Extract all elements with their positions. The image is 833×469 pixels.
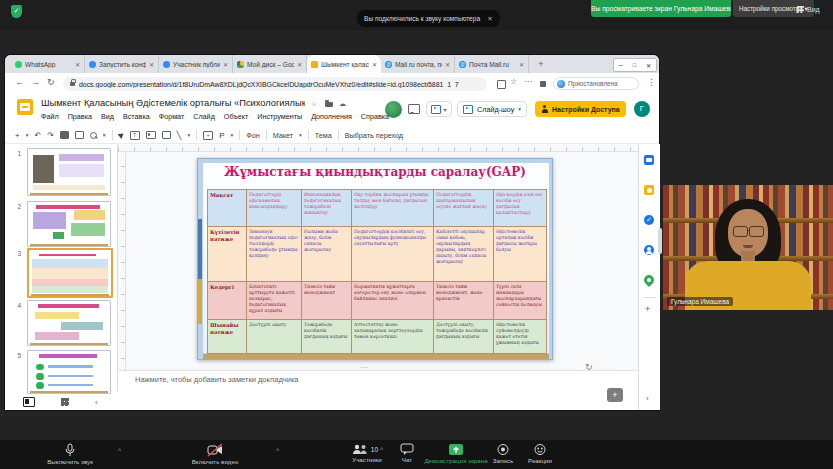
close-window-button[interactable]: ✕: [646, 62, 651, 69]
theme-button[interactable]: Тема: [315, 131, 332, 140]
save-to-collection-icon[interactable]: [497, 80, 506, 89]
current-slide[interactable]: Жұмыстағы қиындықтарды саралау(GAP) Мақс…: [197, 158, 553, 360]
browser-window: WhatsApp ✕ Запустить конфере ✕ Участник …: [5, 55, 659, 410]
tab-mailru-1[interactable]: @ Mail.ru почта, поч ✕: [381, 55, 455, 73]
maps-icon[interactable]: [642, 273, 656, 287]
new-slide-button[interactable]: +: [15, 131, 20, 140]
video-options-caret[interactable]: ^: [276, 447, 279, 454]
account-avatar[interactable]: Г: [634, 101, 650, 117]
menu-insert[interactable]: Вставка: [123, 112, 150, 121]
slide-title[interactable]: Жұмыстағы қиындықтарды саралау(GAP): [198, 165, 552, 179]
filmstrip-view-button[interactable]: [23, 397, 35, 407]
tab-google-drive[interactable]: Мой диск – Googl ✕: [233, 55, 307, 73]
zoom-tool-button[interactable]: [90, 132, 97, 139]
collapse-rail-button[interactable]: ›: [646, 394, 649, 403]
menu-addons[interactable]: Дополнения: [311, 112, 352, 121]
start-video-button[interactable]: Включить видео: [180, 443, 250, 465]
menu-help[interactable]: Справка: [361, 112, 389, 121]
google-slides-logo[interactable]: [17, 99, 33, 115]
participants-caret[interactable]: ^: [380, 446, 383, 453]
tab-mailru-2[interactable]: @ Почта Mail.ru ✕: [455, 55, 529, 73]
slideshow-label: Слайд-шоу: [477, 105, 514, 114]
close-icon[interactable]: ✕: [297, 61, 302, 68]
menu-view[interactable]: Вид: [101, 112, 114, 121]
tab-participant[interactable]: Участник публика ✕: [159, 55, 233, 73]
tab-whatsapp[interactable]: WhatsApp ✕: [11, 55, 85, 73]
document-title[interactable]: Шымкент Қаласының Әдістемелік орталығы «…: [41, 98, 305, 108]
record-button[interactable]: Запись: [486, 443, 520, 464]
tab-zoom-launch[interactable]: Запустить конфере ✕: [85, 55, 159, 73]
tab-slides-active[interactable]: Шымкент қаласы ✕: [307, 55, 381, 73]
chevron-down-icon[interactable]: ▾: [187, 132, 190, 138]
menu-file[interactable]: Файл: [41, 112, 59, 121]
comments-icon[interactable]: [408, 104, 420, 114]
contacts-icon[interactable]: [644, 245, 654, 255]
layout-button[interactable]: Макет: [273, 131, 293, 140]
close-icon[interactable]: ✕: [519, 61, 524, 68]
chevron-down-icon[interactable]: ▾: [26, 132, 29, 138]
undo-button[interactable]: ↶: [34, 131, 41, 140]
menu-format[interactable]: Формат: [159, 112, 185, 121]
print-button[interactable]: [60, 131, 69, 139]
menu-edit[interactable]: Правка: [68, 112, 92, 121]
back-button[interactable]: ←: [15, 77, 24, 87]
share-screen-button[interactable]: Демонстрация экрана: [418, 443, 494, 464]
speaker-notes-placeholder[interactable]: Нажмите, чтобы добавить заметки докладчи…: [135, 375, 299, 384]
share-settings-button[interactable]: Настройки Доступа: [535, 101, 626, 117]
maximize-button[interactable]: □: [633, 62, 637, 68]
close-icon[interactable]: ✕: [149, 61, 154, 68]
background-button[interactable]: Фон: [246, 131, 259, 140]
video-panel-handle[interactable]: [658, 228, 662, 254]
browser-menu-kebab-icon[interactable]: ⋮: [647, 77, 656, 87]
grid-view-button[interactable]: [61, 398, 69, 406]
google-drive-icon: [237, 61, 244, 68]
insert-line-button[interactable]: ╲: [177, 131, 182, 140]
close-icon[interactable]: ✕: [223, 61, 228, 68]
chevron-down-icon[interactable]: ▾: [103, 132, 106, 138]
minimize-button[interactable]: ─: [619, 62, 623, 68]
explore-plus-button[interactable]: +: [607, 388, 623, 402]
chevron-down-icon[interactable]: ▾: [231, 132, 234, 138]
participant-video-tile[interactable]: Гульнара Имашева: [663, 185, 833, 310]
text-box-button[interactable]: T: [130, 131, 140, 140]
move-folder-icon[interactable]: [325, 102, 333, 107]
sync-paused-chip[interactable]: Приостановлена: [553, 77, 639, 90]
extensions-icon[interactable]: ⋯: [524, 77, 532, 86]
mute-button[interactable]: Выключить звук: [40, 443, 100, 465]
close-icon[interactable]: ✕: [487, 10, 492, 27]
presenter-avatar[interactable]: [385, 101, 402, 118]
keep-icon[interactable]: [644, 185, 654, 195]
menu-tools[interactable]: Инструменты: [257, 112, 302, 121]
audio-options-caret[interactable]: ^: [118, 447, 121, 454]
paint-format-button[interactable]: [75, 131, 84, 139]
tasks-icon[interactable]: ✓: [644, 215, 654, 225]
menu-slide[interactable]: Слайд: [193, 112, 215, 121]
misc-tool-button[interactable]: P: [219, 131, 224, 140]
reactions-button[interactable]: Реакции: [522, 443, 558, 464]
pinned-extension-icon[interactable]: [540, 81, 546, 87]
reload-button[interactable]: ↻: [47, 77, 55, 87]
insert-comment-button[interactable]: +: [203, 131, 213, 140]
calendar-icon[interactable]: [644, 155, 654, 165]
new-tab-button[interactable]: +: [535, 58, 547, 70]
star-document-icon[interactable]: ☆: [311, 100, 317, 108]
menu-object[interactable]: Объект: [224, 112, 248, 121]
view-mode-button[interactable]: Вид: [797, 3, 820, 16]
present-button[interactable]: ▾: [426, 101, 452, 117]
forward-button[interactable]: →: [31, 77, 40, 87]
slideshow-button[interactable]: Слайд-шоу ▾: [457, 101, 527, 117]
collapse-filmstrip-button[interactable]: ‹: [95, 398, 98, 407]
get-addons-button[interactable]: +: [645, 304, 650, 314]
address-bar[interactable]: docs.google.com/presentation/d/1f8UruDmA…: [63, 77, 487, 91]
insert-image-button[interactable]: [146, 131, 156, 139]
close-icon[interactable]: ✕: [372, 61, 377, 68]
gap-analysis-table[interactable]: Мақсат Педагогтерді әдіснамалық қамсызда…: [207, 189, 547, 354]
transition-button[interactable]: Выбрать переход: [345, 131, 403, 140]
bookmark-star-icon[interactable]: ☆: [510, 77, 517, 86]
insert-shape-button[interactable]: [162, 131, 171, 139]
share-screen-icon: [448, 443, 464, 456]
close-icon[interactable]: ✕: [445, 61, 450, 68]
redo-button[interactable]: ↷: [47, 131, 54, 140]
select-tool-button[interactable]: [117, 131, 125, 139]
close-icon[interactable]: ✕: [75, 61, 80, 68]
